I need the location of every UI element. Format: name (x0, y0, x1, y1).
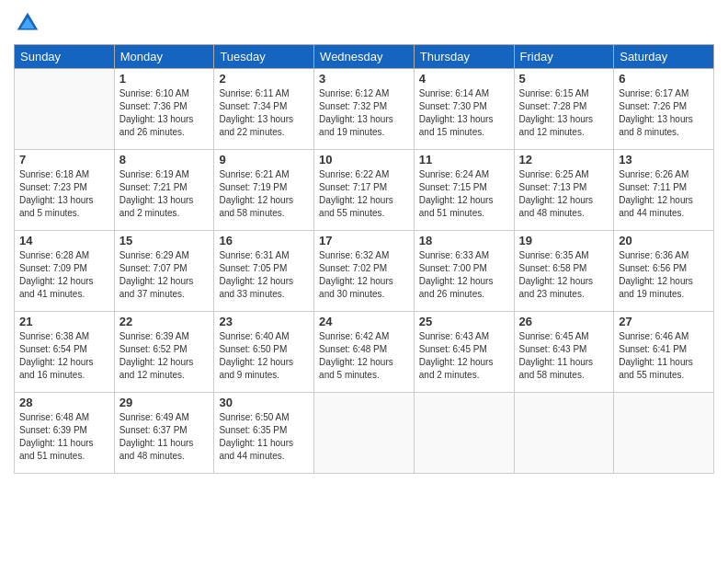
day-info: Sunrise: 6:28 AM Sunset: 7:09 PM Dayligh… (19, 249, 109, 301)
day-number: 27 (619, 315, 709, 328)
day-cell: 1Sunrise: 6:10 AM Sunset: 7:36 PM Daylig… (114, 69, 214, 150)
day-cell (15, 69, 115, 150)
day-number: 14 (19, 234, 109, 247)
col-header-sunday: Sunday (15, 45, 115, 69)
header (14, 9, 714, 37)
day-cell (614, 393, 714, 474)
day-cell: 15Sunrise: 6:29 AM Sunset: 7:07 PM Dayli… (114, 231, 214, 312)
page: SundayMondayTuesdayWednesdayThursdayFrid… (0, 0, 728, 563)
day-cell: 10Sunrise: 6:22 AM Sunset: 7:17 PM Dayli… (314, 150, 415, 231)
col-header-thursday: Thursday (414, 45, 514, 69)
day-number: 17 (319, 234, 409, 247)
calendar-header-row: SundayMondayTuesdayWednesdayThursdayFrid… (15, 45, 714, 69)
day-cell (414, 393, 514, 474)
day-info: Sunrise: 6:12 AM Sunset: 7:32 PM Dayligh… (319, 87, 409, 139)
day-cell: 4Sunrise: 6:14 AM Sunset: 7:30 PM Daylig… (414, 69, 514, 150)
day-info: Sunrise: 6:22 AM Sunset: 7:17 PM Dayligh… (319, 168, 409, 220)
day-info: Sunrise: 6:50 AM Sunset: 6:35 PM Dayligh… (219, 411, 309, 463)
week-row-4: 21Sunrise: 6:38 AM Sunset: 6:54 PM Dayli… (15, 312, 714, 393)
day-cell: 18Sunrise: 6:33 AM Sunset: 7:00 PM Dayli… (414, 231, 514, 312)
day-number: 7 (19, 153, 109, 167)
day-info: Sunrise: 6:46 AM Sunset: 6:41 PM Dayligh… (619, 330, 709, 382)
calendar-table: SundayMondayTuesdayWednesdayThursdayFrid… (14, 44, 714, 474)
day-cell: 13Sunrise: 6:26 AM Sunset: 7:11 PM Dayli… (614, 150, 714, 231)
day-info: Sunrise: 6:26 AM Sunset: 7:11 PM Dayligh… (619, 168, 709, 220)
day-info: Sunrise: 6:15 AM Sunset: 7:28 PM Dayligh… (519, 87, 609, 139)
day-number: 2 (219, 72, 309, 86)
day-info: Sunrise: 6:19 AM Sunset: 7:21 PM Dayligh… (119, 168, 210, 220)
day-number: 29 (119, 396, 210, 409)
day-number: 30 (219, 396, 309, 409)
logo (14, 9, 45, 37)
day-number: 22 (119, 315, 210, 328)
col-header-tuesday: Tuesday (214, 45, 314, 69)
day-number: 12 (519, 153, 609, 167)
day-number: 16 (219, 234, 309, 247)
day-cell: 5Sunrise: 6:15 AM Sunset: 7:28 PM Daylig… (514, 69, 614, 150)
day-cell: 27Sunrise: 6:46 AM Sunset: 6:41 PM Dayli… (614, 312, 714, 393)
day-info: Sunrise: 6:38 AM Sunset: 6:54 PM Dayligh… (19, 330, 109, 382)
day-cell: 29Sunrise: 6:49 AM Sunset: 6:37 PM Dayli… (114, 393, 214, 474)
day-info: Sunrise: 6:33 AM Sunset: 7:00 PM Dayligh… (419, 249, 509, 301)
day-cell: 22Sunrise: 6:39 AM Sunset: 6:52 PM Dayli… (114, 312, 214, 393)
day-info: Sunrise: 6:35 AM Sunset: 6:58 PM Dayligh… (519, 249, 609, 301)
day-cell: 14Sunrise: 6:28 AM Sunset: 7:09 PM Dayli… (15, 231, 115, 312)
col-header-monday: Monday (114, 45, 214, 69)
day-number: 26 (519, 315, 609, 328)
day-cell: 8Sunrise: 6:19 AM Sunset: 7:21 PM Daylig… (114, 150, 214, 231)
week-row-1: 1Sunrise: 6:10 AM Sunset: 7:36 PM Daylig… (15, 69, 714, 150)
day-info: Sunrise: 6:17 AM Sunset: 7:26 PM Dayligh… (619, 87, 709, 139)
day-number: 20 (619, 234, 709, 247)
logo-icon (14, 9, 41, 37)
day-cell: 26Sunrise: 6:45 AM Sunset: 6:43 PM Dayli… (514, 312, 614, 393)
week-row-3: 14Sunrise: 6:28 AM Sunset: 7:09 PM Dayli… (15, 231, 714, 312)
day-cell: 21Sunrise: 6:38 AM Sunset: 6:54 PM Dayli… (15, 312, 115, 393)
day-info: Sunrise: 6:32 AM Sunset: 7:02 PM Dayligh… (319, 249, 409, 301)
day-number: 9 (219, 153, 309, 167)
day-cell (514, 393, 614, 474)
day-info: Sunrise: 6:40 AM Sunset: 6:50 PM Dayligh… (219, 330, 309, 382)
day-cell (314, 393, 415, 474)
day-info: Sunrise: 6:29 AM Sunset: 7:07 PM Dayligh… (119, 249, 210, 301)
day-number: 13 (619, 153, 709, 167)
day-cell: 7Sunrise: 6:18 AM Sunset: 7:23 PM Daylig… (15, 150, 115, 231)
day-number: 10 (319, 153, 409, 167)
day-info: Sunrise: 6:21 AM Sunset: 7:19 PM Dayligh… (219, 168, 309, 220)
day-cell: 24Sunrise: 6:42 AM Sunset: 6:48 PM Dayli… (314, 312, 415, 393)
day-cell: 12Sunrise: 6:25 AM Sunset: 7:13 PM Dayli… (514, 150, 614, 231)
day-cell: 28Sunrise: 6:48 AM Sunset: 6:39 PM Dayli… (15, 393, 115, 474)
col-header-wednesday: Wednesday (314, 45, 415, 69)
day-cell: 9Sunrise: 6:21 AM Sunset: 7:19 PM Daylig… (214, 150, 314, 231)
day-cell: 30Sunrise: 6:50 AM Sunset: 6:35 PM Dayli… (214, 393, 314, 474)
day-number: 24 (319, 315, 409, 328)
day-info: Sunrise: 6:10 AM Sunset: 7:36 PM Dayligh… (119, 87, 210, 139)
day-number: 28 (19, 396, 109, 409)
col-header-friday: Friday (514, 45, 614, 69)
day-info: Sunrise: 6:45 AM Sunset: 6:43 PM Dayligh… (519, 330, 609, 382)
day-number: 1 (119, 72, 210, 86)
day-number: 4 (419, 72, 509, 86)
day-info: Sunrise: 6:18 AM Sunset: 7:23 PM Dayligh… (19, 168, 109, 220)
week-row-2: 7Sunrise: 6:18 AM Sunset: 7:23 PM Daylig… (15, 150, 714, 231)
day-cell: 19Sunrise: 6:35 AM Sunset: 6:58 PM Dayli… (514, 231, 614, 312)
day-number: 6 (619, 72, 709, 86)
day-number: 11 (419, 153, 509, 167)
day-cell: 20Sunrise: 6:36 AM Sunset: 6:56 PM Dayli… (614, 231, 714, 312)
day-info: Sunrise: 6:24 AM Sunset: 7:15 PM Dayligh… (419, 168, 509, 220)
day-info: Sunrise: 6:39 AM Sunset: 6:52 PM Dayligh… (119, 330, 210, 382)
day-number: 5 (519, 72, 609, 86)
day-cell: 25Sunrise: 6:43 AM Sunset: 6:45 PM Dayli… (414, 312, 514, 393)
week-row-5: 28Sunrise: 6:48 AM Sunset: 6:39 PM Dayli… (15, 393, 714, 474)
day-number: 19 (519, 234, 609, 247)
day-number: 3 (319, 72, 409, 86)
day-cell: 2Sunrise: 6:11 AM Sunset: 7:34 PM Daylig… (214, 69, 314, 150)
day-number: 18 (419, 234, 509, 247)
day-info: Sunrise: 6:11 AM Sunset: 7:34 PM Dayligh… (219, 87, 309, 139)
day-number: 21 (19, 315, 109, 328)
day-number: 23 (219, 315, 309, 328)
day-number: 15 (119, 234, 210, 247)
day-info: Sunrise: 6:49 AM Sunset: 6:37 PM Dayligh… (119, 411, 210, 463)
day-info: Sunrise: 6:42 AM Sunset: 6:48 PM Dayligh… (319, 330, 409, 382)
day-cell: 17Sunrise: 6:32 AM Sunset: 7:02 PM Dayli… (314, 231, 415, 312)
day-cell: 11Sunrise: 6:24 AM Sunset: 7:15 PM Dayli… (414, 150, 514, 231)
